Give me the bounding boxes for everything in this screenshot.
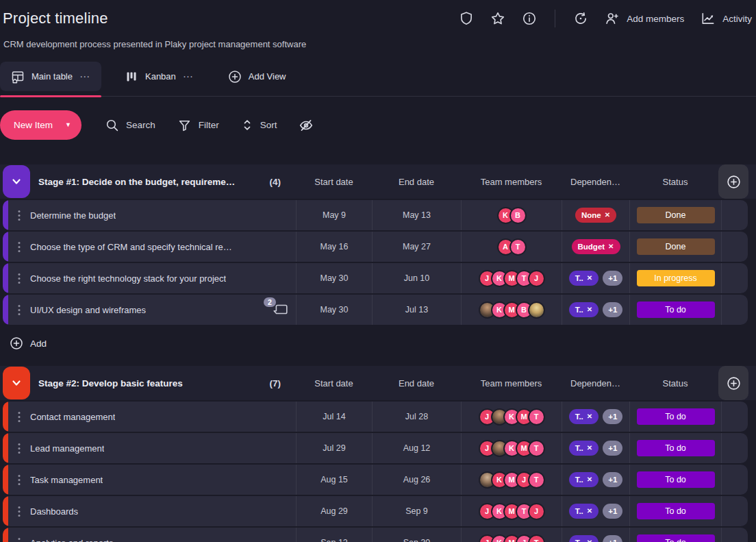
task-name-cell[interactable]: Choose the type of CRM and specify techn… — [3, 232, 296, 262]
team-members-cell[interactable]: KB — [461, 200, 562, 230]
status-badge[interactable]: To do — [637, 471, 715, 488]
dependencies-cell[interactable]: None✕ — [562, 200, 629, 230]
remove-dependency-icon[interactable]: ✕ — [605, 212, 610, 219]
remove-dependency-icon[interactable]: ✕ — [587, 306, 592, 313]
status-badge[interactable]: Done — [637, 207, 715, 223]
row-menu-button[interactable] — [18, 537, 21, 542]
status-badge[interactable]: To do — [637, 534, 715, 542]
add-column-button[interactable] — [718, 164, 748, 199]
status-cell[interactable]: To do — [629, 402, 721, 432]
remove-dependency-icon[interactable]: ✕ — [587, 539, 592, 542]
team-members-cell[interactable]: AT — [461, 232, 562, 262]
remove-dependency-icon[interactable]: ✕ — [587, 508, 592, 515]
row-menu-button[interactable] — [18, 474, 21, 486]
end-date-cell[interactable]: May 13 — [372, 200, 461, 230]
start-date-cell[interactable]: May 30 — [296, 263, 372, 293]
status-cell[interactable]: To do — [629, 496, 721, 526]
team-members-cell[interactable]: JKMT — [461, 402, 562, 432]
start-date-cell[interactable]: Sep 12 — [296, 528, 372, 542]
status-badge[interactable]: To do — [637, 408, 715, 425]
dependency-badge[interactable]: T..✕ — [569, 535, 599, 542]
end-date-cell[interactable]: Jul 13 — [372, 295, 461, 325]
end-date-cell[interactable]: Aug 26 — [372, 465, 461, 495]
status-cell[interactable]: To do — [629, 295, 721, 325]
caret-down-icon[interactable]: ▼ — [65, 122, 71, 128]
status-cell[interactable]: To do — [629, 433, 721, 463]
row-menu-button[interactable] — [18, 241, 21, 253]
task-name-cell[interactable]: Contact management — [3, 402, 296, 432]
star-icon[interactable] — [490, 11, 505, 26]
status-cell[interactable]: To do — [629, 528, 721, 542]
tab-menu-icon[interactable]: ⋯ — [183, 71, 194, 83]
dependencies-cell[interactable]: T..✕+1 — [562, 496, 629, 526]
dependency-badge[interactable]: T..✕ — [569, 271, 599, 286]
status-cell[interactable]: Done — [629, 232, 721, 262]
dependencies-cell[interactable]: T..✕+1 — [562, 263, 629, 293]
end-date-cell[interactable]: Sep 9 — [372, 496, 461, 526]
info-icon[interactable] — [522, 11, 537, 26]
start-date-cell[interactable]: Jul 14 — [296, 402, 372, 432]
remove-dependency-icon[interactable]: ✕ — [608, 243, 614, 250]
start-date-cell[interactable]: Aug 15 — [296, 465, 372, 495]
end-date-cell[interactable]: Jul 28 — [372, 402, 461, 432]
task-name-cell[interactable]: UI/UX design and wireframes2 — [3, 295, 296, 325]
new-item-button[interactable]: New Item ▼ — [0, 110, 81, 140]
tab-add-view[interactable]: Add View — [217, 62, 297, 91]
row-menu-button[interactable] — [18, 506, 21, 517]
search-button[interactable]: Search — [105, 118, 155, 132]
comments-indicator[interactable]: 2 — [272, 303, 288, 317]
status-cell[interactable]: Done — [629, 200, 721, 230]
dependency-badge[interactable]: Budget✕ — [572, 239, 620, 254]
row-menu-button[interactable] — [18, 304, 21, 316]
start-date-cell[interactable]: Jul 29 — [296, 433, 372, 463]
row-menu-button[interactable] — [18, 411, 21, 423]
status-badge[interactable]: To do — [637, 440, 715, 456]
dependency-badge[interactable]: T..✕ — [569, 441, 599, 456]
dependencies-cell[interactable]: Budget✕ — [562, 232, 629, 262]
team-members-cell[interactable]: JKMTJ — [461, 496, 562, 526]
sync-icon[interactable] — [573, 11, 588, 26]
more-dependencies-badge[interactable]: +1 — [603, 302, 622, 317]
tab-menu-icon[interactable]: ⋯ — [79, 71, 90, 83]
more-dependencies-badge[interactable]: +1 — [603, 535, 622, 542]
add-column-button[interactable] — [718, 366, 748, 400]
task-name-cell[interactable]: Task management — [3, 465, 296, 495]
status-cell[interactable]: To do — [629, 465, 721, 495]
status-badge[interactable]: Done — [637, 238, 715, 255]
remove-dependency-icon[interactable]: ✕ — [587, 275, 592, 282]
more-dependencies-badge[interactable]: +1 — [603, 441, 622, 456]
more-dependencies-badge[interactable]: +1 — [603, 472, 622, 487]
end-date-cell[interactable]: May 27 — [372, 232, 461, 262]
dependencies-cell[interactable]: T..✕+1 — [562, 465, 629, 495]
shield-icon[interactable] — [459, 11, 474, 26]
dependencies-cell[interactable]: T..✕+1 — [562, 295, 629, 325]
end-date-cell[interactable]: Aug 12 — [372, 433, 461, 463]
start-date-cell[interactable]: Aug 29 — [296, 496, 372, 526]
more-dependencies-badge[interactable]: +1 — [603, 271, 622, 286]
remove-dependency-icon[interactable]: ✕ — [587, 413, 592, 420]
dependency-badge[interactable]: T..✕ — [569, 302, 599, 317]
dependencies-cell[interactable]: T..✕+1 — [562, 433, 629, 463]
row-menu-button[interactable] — [18, 210, 21, 221]
task-name-cell[interactable]: Analytics and reports — [3, 528, 296, 542]
dependency-badge[interactable]: T..✕ — [569, 504, 599, 519]
row-menu-button[interactable] — [18, 443, 21, 454]
filter-button[interactable]: Filter — [177, 118, 219, 132]
task-name-cell[interactable]: Dashboards — [3, 496, 296, 526]
dependencies-cell[interactable]: T..✕+1 — [562, 528, 629, 542]
group-collapse-button[interactable] — [3, 165, 30, 198]
group-collapse-button[interactable] — [3, 367, 30, 399]
more-dependencies-badge[interactable]: +1 — [603, 504, 622, 519]
more-dependencies-badge[interactable]: +1 — [603, 409, 622, 424]
tab-main-table[interactable]: Main table ⋯ — [0, 62, 101, 91]
end-date-cell[interactable]: Jun 10 — [372, 263, 461, 293]
add-item-button[interactable]: Add — [10, 333, 47, 354]
tab-kanban[interactable]: Kanban ⋯ — [114, 62, 205, 91]
remove-dependency-icon[interactable]: ✕ — [587, 476, 592, 483]
status-badge[interactable]: In progress — [637, 270, 715, 286]
activity-button[interactable]: Activity — [701, 11, 752, 26]
task-name-cell[interactable]: Choose the right technology stack for yo… — [3, 263, 296, 293]
team-members-cell[interactable]: JKMJT — [461, 528, 562, 542]
end-date-cell[interactable]: Sep 30 — [372, 528, 461, 542]
team-members-cell[interactable]: JKMT — [461, 433, 562, 463]
